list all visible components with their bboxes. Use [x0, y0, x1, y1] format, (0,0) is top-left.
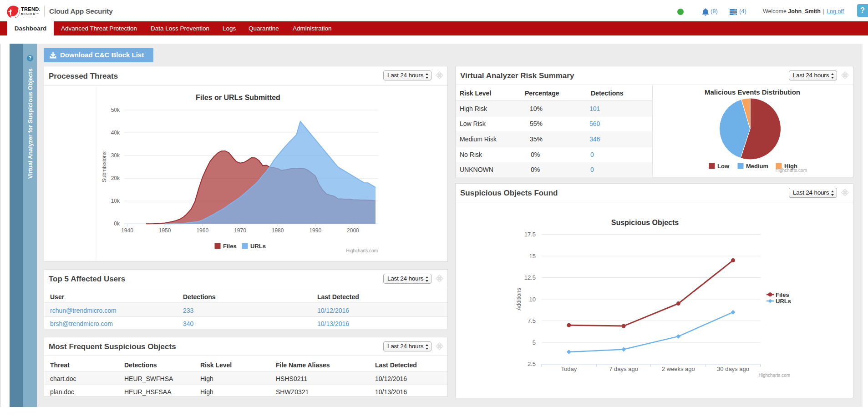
svg-text:URLs: URLs — [250, 243, 266, 250]
svg-text:0k: 0k — [114, 221, 120, 227]
svg-text:Submissions: Submissions — [101, 151, 107, 182]
svg-text:2 weeks ago: 2 weeks ago — [662, 366, 695, 372]
svg-text:Additions: Additions — [516, 288, 522, 310]
svg-text:7.5: 7.5 — [528, 317, 536, 324]
svg-text:URLs: URLs — [776, 298, 791, 305]
svg-text:2.5: 2.5 — [528, 361, 536, 367]
svg-text:30k: 30k — [111, 152, 120, 159]
svg-text:Suspicious Objects: Suspicious Objects — [611, 219, 679, 226]
svg-text:Files: Files — [223, 243, 237, 250]
svg-text:15: 15 — [529, 253, 536, 260]
svg-text:17.5: 17.5 — [524, 231, 536, 238]
svg-text:10k: 10k — [111, 198, 120, 204]
svg-text:1970: 1970 — [234, 227, 246, 234]
svg-text:Malicious Events Distribution: Malicious Events Distribution — [705, 88, 800, 96]
svg-text:Today: Today — [561, 366, 577, 372]
svg-text:Highcharts.com: Highcharts.com — [759, 373, 790, 378]
svg-text:Highcharts.com: Highcharts.com — [346, 248, 378, 253]
svg-text:30 days ago: 30 days ago — [717, 366, 749, 372]
svg-text:1960: 1960 — [196, 227, 208, 234]
svg-text:1950: 1950 — [159, 227, 171, 234]
svg-text:Files: Files — [776, 291, 789, 298]
svg-text:1990: 1990 — [309, 227, 321, 234]
svg-text:50k: 50k — [111, 107, 120, 113]
svg-text:Medium: Medium — [746, 163, 768, 170]
svg-text:1940: 1940 — [121, 227, 133, 234]
svg-text:Low: Low — [717, 163, 730, 170]
svg-text:20k: 20k — [111, 175, 120, 181]
svg-text:2000: 2000 — [347, 227, 359, 234]
svg-text:7 days ago: 7 days ago — [609, 366, 638, 372]
svg-text:Highcharts.com: Highcharts.com — [776, 168, 807, 173]
svg-text:40k: 40k — [111, 130, 120, 136]
svg-text:12.5: 12.5 — [524, 274, 536, 281]
svg-text:Files or URLs Submitted: Files or URLs Submitted — [196, 94, 280, 101]
svg-text:1980: 1980 — [272, 227, 284, 234]
svg-text:10: 10 — [529, 296, 536, 303]
svg-text:5: 5 — [533, 339, 536, 346]
